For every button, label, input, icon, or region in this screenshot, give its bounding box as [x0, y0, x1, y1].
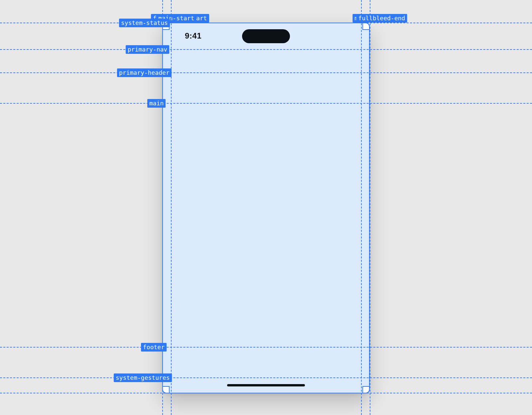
status-time: 9:41 — [185, 31, 201, 41]
resize-handle-bottom-right[interactable] — [362, 386, 370, 393]
resize-handle-top-left[interactable] — [162, 23, 170, 30]
resize-handle-bottom-left[interactable] — [162, 386, 170, 393]
home-indicator[interactable] — [227, 384, 305, 386]
resize-handle-top-right[interactable] — [362, 23, 370, 30]
guide-label: fullbleed-end — [356, 14, 407, 23]
guide-label: main-end — [352, 14, 385, 23]
guide-fullbleed-end[interactable]: fullbleed-end — [370, 0, 370, 415]
selection-overlay[interactable] — [162, 23, 370, 393]
dynamic-island — [242, 29, 290, 43]
guide-label: fullbleed-start — [151, 14, 209, 23]
guide-label: main-start — [156, 14, 196, 23]
